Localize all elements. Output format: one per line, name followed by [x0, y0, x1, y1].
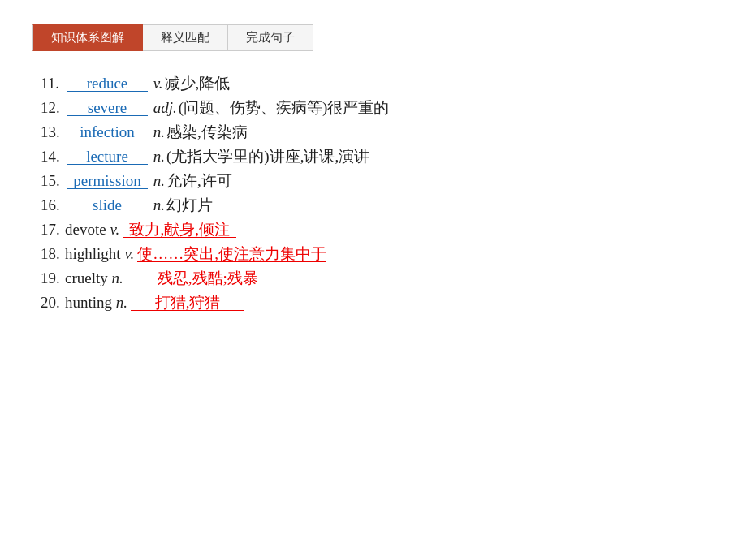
- word-17: devote: [65, 222, 106, 237]
- vocab-row-17: 17. devote v. 致力,献身,倾注: [41, 222, 747, 238]
- row-num-17: 17.: [41, 222, 65, 237]
- pos-17: v.: [110, 222, 119, 237]
- word-blank-15: permission: [67, 173, 148, 189]
- row-num-15: 15.: [41, 173, 65, 188]
- row-num-18: 18.: [41, 246, 65, 261]
- word-20: hunting: [65, 295, 112, 310]
- vocab-row-15: 15. permission n. 允许,许可: [41, 173, 747, 189]
- answer-blank-17: 致力,献身,倾注: [123, 222, 236, 238]
- pos-13: n.: [153, 124, 165, 140]
- tab-matching[interactable]: 释义匹配: [143, 24, 228, 51]
- answer-17: 致力,献身,倾注: [129, 221, 230, 238]
- tab-knowledge[interactable]: 知识体系图解: [32, 24, 143, 51]
- def-15: 允许,许可: [166, 173, 232, 188]
- answer-blank-20: 打猎,狩猎: [131, 295, 244, 311]
- row-num-19: 19.: [41, 270, 65, 286]
- vocab-row-18: 18. highlight v. 使……突出,使注意力集中于: [41, 246, 747, 262]
- pos-15: n.: [153, 173, 165, 188]
- word-blank-14: lecture: [67, 149, 148, 165]
- tab-complete[interactable]: 完成句子: [228, 24, 313, 51]
- word-blank-12: severe: [67, 100, 148, 116]
- pos-11: v.: [153, 75, 163, 91]
- answer-blank-18: 使……突出,使注意力集中于: [137, 246, 326, 262]
- answer-19: 残忍,残酷;残暴: [158, 269, 258, 286]
- row-num-20: 20.: [41, 295, 65, 310]
- row-num-11: 11.: [41, 75, 65, 91]
- vocab-row-16: 16. slide n. 幻灯片: [41, 197, 747, 213]
- pos-14: n.: [153, 149, 165, 164]
- vocab-row-20: 20. hunting n. 打猎,狩猎: [41, 295, 747, 311]
- vocab-row-13: 13. infection n. 感染,传染病: [41, 124, 747, 140]
- def-13: 感染,传染病: [166, 124, 248, 140]
- def-14: (尤指大学里的)讲座,讲课,演讲: [166, 149, 369, 164]
- def-12: (问题、伤势、疾病等)很严重的: [179, 100, 390, 115]
- vocab-list: 11. reduce v. 减少,降低 12. severe adj. (问题、…: [41, 75, 747, 311]
- pos-16: n.: [153, 197, 165, 213]
- pos-12: adj.: [153, 100, 177, 115]
- tab-bar: 知识体系图解 释义匹配 完成句子: [32, 24, 747, 51]
- pos-18: v.: [124, 246, 134, 261]
- row-num-12: 12.: [41, 100, 65, 115]
- word-blank-16: slide: [67, 197, 148, 213]
- pos-19: n.: [112, 270, 123, 286]
- row-num-13: 13.: [41, 124, 65, 140]
- word-blank-13: infection: [67, 124, 148, 140]
- word-blank-11: reduce: [67, 75, 148, 92]
- vocab-row-19: 19. cruelty n. 残忍,残酷;残暴: [41, 270, 747, 286]
- word-18: highlight: [65, 246, 121, 261]
- vocab-row-11: 11. reduce v. 减少,降低: [41, 75, 747, 92]
- answer-18: 使……突出,使注意力集中于: [137, 245, 326, 262]
- row-num-16: 16.: [41, 197, 65, 213]
- row-num-14: 14.: [41, 149, 65, 164]
- word-19: cruelty: [65, 270, 108, 286]
- def-11: 减少,降低: [165, 75, 231, 91]
- pos-20: n.: [116, 295, 127, 310]
- vocab-row-14: 14. lecture n. (尤指大学里的)讲座,讲课,演讲: [41, 149, 747, 165]
- answer-20: 打猎,狩猎: [155, 294, 221, 311]
- def-16: 幻灯片: [166, 197, 213, 213]
- answer-blank-19: 残忍,残酷;残暴: [127, 270, 289, 286]
- vocab-row-12: 12. severe adj. (问题、伤势、疾病等)很严重的: [41, 100, 747, 116]
